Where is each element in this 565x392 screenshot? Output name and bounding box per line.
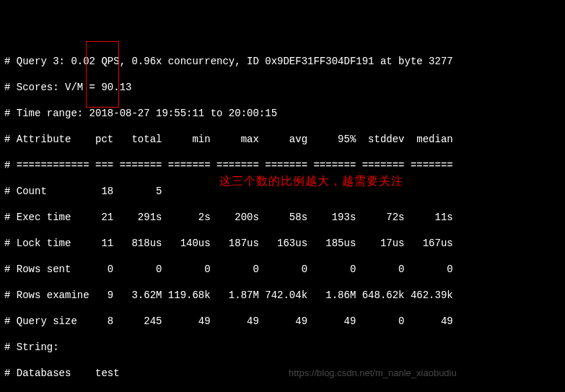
query-header-line3: # Time range: 2018-08-27 19:55:11 to 20:… — [4, 108, 277, 119]
row-count: # Count 18 5 — [4, 186, 162, 197]
row-rows-sent: # Rows sent 0 0 0 0 0 0 0 0 — [4, 263, 453, 275]
row-rows-examine: # Rows examine 9 3.62M 119.68k 1.87M 742… — [4, 289, 453, 301]
query-header-line1: # Query 3: 0.02 QPS, 0.96x concurrency, … — [4, 56, 453, 67]
row-query-size: # Query size 8 245 49 49 49 49 0 49 — [4, 315, 453, 327]
table-header: # Attribute pct total min max avg 95% st… — [4, 134, 453, 145]
query-header-line2: # Scores: V/M = 90.13 — [4, 82, 131, 93]
pct-highlight-box — [86, 41, 119, 108]
info-databases: # Databases test — [4, 367, 120, 379]
row-lock-time: # Lock time 11 818us 140us 187us 163us 1… — [4, 238, 453, 249]
annotation-cn: 这三个数的比例越大，越需要关注 — [219, 175, 403, 188]
info-string: # String: — [4, 341, 59, 353]
table-divider: # ============ === ======= ======= =====… — [4, 160, 453, 171]
row-exec-time: # Exec time 21 291s 2s 200s 58s 193s 72s… — [4, 212, 453, 223]
csdn-watermark: https://blog.csdn.net/m_nanle_xiaobudiu — [289, 367, 457, 380]
